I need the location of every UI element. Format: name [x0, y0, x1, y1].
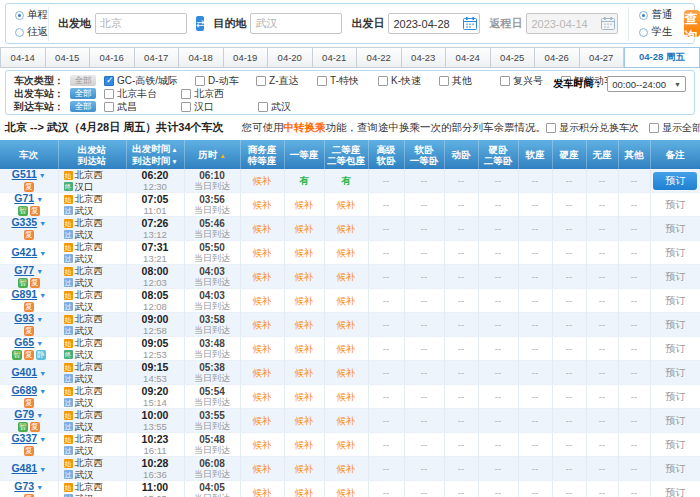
date-tab[interactable]: 04-19: [224, 47, 269, 68]
seat-waitlist-link[interactable]: 候补: [295, 319, 314, 330]
filter-option-checkbox[interactable]: 武汉: [258, 100, 318, 114]
train-number-link[interactable]: G481: [11, 462, 37, 474]
sort-asc-icon[interactable]: ▲: [171, 146, 177, 153]
seat-waitlist-link[interactable]: 候补: [295, 439, 314, 450]
date-tab-active[interactable]: 04-28 周五: [624, 47, 700, 68]
expand-row-icon[interactable]: ▼: [39, 370, 46, 377]
filter-option-checkbox[interactable]: T-特快: [317, 74, 361, 88]
date-tab[interactable]: 04-26: [535, 47, 580, 68]
filter-option-checkbox[interactable]: GC-高铁/城际: [104, 74, 178, 88]
normal-passenger-radio[interactable]: 普通: [639, 8, 672, 22]
date-tab[interactable]: 04-23: [402, 47, 447, 68]
expand-row-icon[interactable]: ▼: [36, 340, 43, 347]
filter-option-checkbox[interactable]: D-动车: [195, 74, 239, 88]
select-all-button[interactable]: 全部: [70, 101, 96, 112]
seat-waitlist-link[interactable]: 候补: [295, 367, 314, 378]
date-tab[interactable]: 04-14: [0, 47, 46, 68]
train-number-link[interactable]: G77: [14, 264, 34, 276]
filter-option-checkbox[interactable]: 其他: [439, 74, 483, 88]
seat-waitlist-link[interactable]: 候补: [337, 247, 356, 258]
depart-time-select[interactable]: 00:00--24:00 ▼: [607, 76, 686, 92]
expand-row-icon[interactable]: ▼: [39, 466, 46, 473]
filter-option-checkbox[interactable]: 复兴号: [500, 74, 544, 88]
transfer-link[interactable]: 中转换乘: [284, 121, 326, 133]
seat-waitlist-link[interactable]: 候补: [337, 295, 356, 306]
seat-waitlist-link[interactable]: 候补: [295, 463, 314, 474]
seat-waitlist-link[interactable]: 候补: [253, 247, 272, 258]
train-number-link[interactable]: G73: [14, 480, 34, 492]
seat-waitlist-link[interactable]: 候补: [253, 439, 272, 450]
sort-desc-icon[interactable]: ▼: [171, 158, 177, 165]
seat-waitlist-link[interactable]: 候补: [337, 487, 356, 497]
expand-row-icon[interactable]: ▼: [36, 268, 43, 275]
train-number-link[interactable]: G891: [11, 288, 37, 300]
seat-waitlist-link[interactable]: 候补: [295, 247, 314, 258]
train-number-link[interactable]: G337: [11, 432, 37, 444]
filter-option-checkbox[interactable]: 北京西: [181, 87, 241, 101]
seat-waitlist-link[interactable]: 候补: [337, 463, 356, 474]
train-number-link[interactable]: G689: [11, 384, 37, 396]
date-tab[interactable]: 04-16: [90, 47, 135, 68]
seat-waitlist-link[interactable]: 候补: [295, 271, 314, 282]
date-tab[interactable]: 04-27: [580, 47, 625, 68]
seat-waitlist-link[interactable]: 候补: [253, 343, 272, 354]
filter-option-checkbox[interactable]: K-快速: [378, 74, 422, 88]
seat-waitlist-link[interactable]: 候补: [337, 367, 356, 378]
date-tab[interactable]: 04-18: [179, 47, 224, 68]
seat-waitlist-link[interactable]: 候补: [253, 391, 272, 402]
train-number-link[interactable]: G401: [11, 366, 37, 378]
filter-option-checkbox[interactable]: 武昌: [104, 100, 164, 114]
expand-row-icon[interactable]: ▼: [39, 292, 46, 299]
round-trip-radio[interactable]: 往返: [15, 25, 48, 39]
train-number-link[interactable]: G93: [14, 312, 34, 324]
train-number-link[interactable]: G79: [14, 408, 34, 420]
seat-waitlist-link[interactable]: 候补: [253, 199, 272, 210]
train-number-link[interactable]: G421: [11, 246, 37, 258]
seat-waitlist-link[interactable]: 候补: [295, 487, 314, 497]
filter-option-checkbox[interactable]: 汉口: [181, 100, 241, 114]
swap-stations-icon[interactable]: ⇄: [196, 16, 204, 31]
seat-waitlist-link[interactable]: 候补: [337, 415, 356, 426]
seat-waitlist-link[interactable]: 候补: [253, 487, 272, 497]
expand-row-icon[interactable]: ▼: [39, 172, 46, 179]
train-number-link[interactable]: G65: [14, 336, 34, 348]
seat-waitlist-link[interactable]: 候补: [253, 463, 272, 474]
one-way-radio[interactable]: 单程: [15, 8, 48, 22]
expand-row-icon[interactable]: ▼: [36, 484, 43, 491]
seat-waitlist-link[interactable]: 候补: [295, 199, 314, 210]
sort-asc-icon[interactable]: ▲: [219, 152, 225, 159]
student-passenger-radio[interactable]: 学生: [639, 25, 672, 39]
seat-waitlist-link[interactable]: 候补: [337, 343, 356, 354]
filter-option-checkbox[interactable]: 北京丰台: [104, 87, 164, 101]
seat-waitlist-link[interactable]: 候补: [253, 367, 272, 378]
expand-row-icon[interactable]: ▼: [36, 316, 43, 323]
seat-waitlist-link[interactable]: 候补: [253, 271, 272, 282]
select-all-button[interactable]: 全部: [70, 75, 96, 86]
seat-waitlist-link[interactable]: 候补: [295, 391, 314, 402]
show-points-trains-checkbox[interactable]: 显示积分兑换车次: [546, 121, 639, 135]
seat-waitlist-link[interactable]: 候补: [253, 295, 272, 306]
expand-row-icon[interactable]: ▼: [39, 250, 46, 257]
date-tab[interactable]: 04-25: [491, 47, 536, 68]
seat-waitlist-link[interactable]: 候补: [253, 415, 272, 426]
train-number-link[interactable]: G71: [14, 192, 34, 204]
seat-waitlist-link[interactable]: 候补: [337, 223, 356, 234]
seat-waitlist-link[interactable]: 候补: [253, 175, 272, 186]
date-tab[interactable]: 04-22: [357, 47, 402, 68]
expand-row-icon[interactable]: ▼: [39, 220, 46, 227]
seat-waitlist-link[interactable]: 候补: [337, 271, 356, 282]
seat-waitlist-link[interactable]: 候补: [295, 415, 314, 426]
seat-waitlist-link[interactable]: 候补: [337, 199, 356, 210]
from-input[interactable]: [95, 13, 187, 34]
seat-waitlist-link[interactable]: 候补: [253, 223, 272, 234]
seat-waitlist-link[interactable]: 候补: [295, 295, 314, 306]
to-input[interactable]: [250, 13, 342, 34]
query-button[interactable]: 查询: [684, 10, 700, 37]
filter-option-checkbox[interactable]: Z-直达: [256, 74, 300, 88]
date-tab[interactable]: 04-17: [135, 47, 180, 68]
book-button[interactable]: 预订: [653, 172, 697, 190]
seat-waitlist-link[interactable]: 候补: [337, 439, 356, 450]
seat-waitlist-link[interactable]: 候补: [337, 391, 356, 402]
date-tab[interactable]: 04-24: [446, 47, 491, 68]
seat-waitlist-link[interactable]: 候补: [295, 343, 314, 354]
